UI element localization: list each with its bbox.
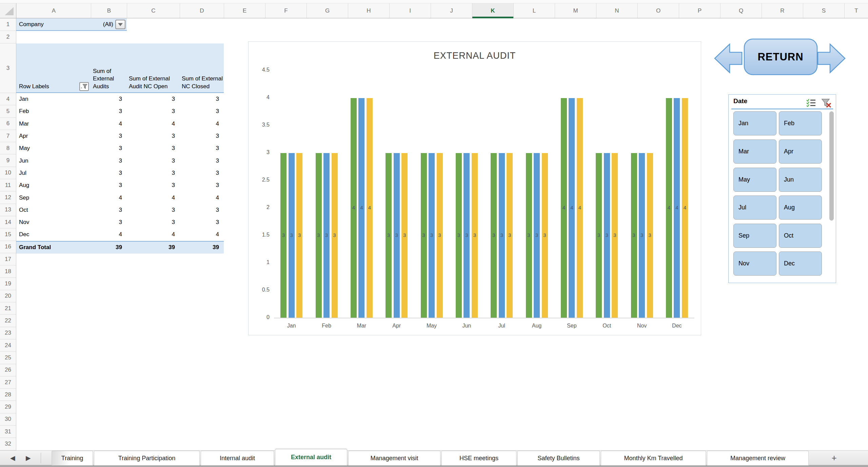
- filter-field-label[interactable]: Company: [16, 18, 91, 31]
- row-header-16[interactable]: 16: [0, 241, 16, 253]
- pivot-row-label[interactable]: Aug: [16, 179, 91, 191]
- row-header-14[interactable]: 14: [0, 216, 16, 228]
- row-header-4[interactable]: 4: [0, 93, 16, 105]
- pivot-value-audits[interactable]: 3: [91, 93, 127, 105]
- row-header-25[interactable]: 25: [0, 352, 16, 364]
- tab-management-review[interactable]: Management review: [707, 451, 809, 465]
- column-header-T[interactable]: T: [844, 3, 868, 18]
- pivot-value-nc-open[interactable]: 4: [127, 118, 180, 130]
- pivot-value-nc-open[interactable]: 3: [127, 216, 180, 228]
- column-header-P[interactable]: P: [679, 3, 720, 18]
- column-header-C[interactable]: C: [127, 3, 180, 18]
- row-header-11[interactable]: 11: [0, 179, 16, 191]
- pivot-row-label[interactable]: Sep: [16, 191, 91, 204]
- tab-monthly-km-travelled[interactable]: Monthly Km Travelled: [601, 451, 706, 465]
- tab-training[interactable]: Training: [52, 451, 93, 465]
- pivot-value-audits[interactable]: 4: [91, 118, 127, 130]
- pivot-row-label[interactable]: Feb: [16, 105, 91, 117]
- column-header-F[interactable]: F: [265, 3, 307, 18]
- pivot-header-2[interactable]: Sum of External Audit NC Open: [127, 43, 180, 93]
- pivot-value-nc-open[interactable]: 4: [127, 228, 180, 241]
- pivot-value-audits[interactable]: 3: [91, 167, 127, 179]
- pivot-value-audits[interactable]: 3: [91, 216, 127, 228]
- pivot-value-nc-closed[interactable]: 4: [180, 191, 224, 204]
- column-header-R[interactable]: R: [762, 3, 803, 18]
- row-header-32[interactable]: 32: [0, 438, 16, 450]
- pivot-value-audits[interactable]: 4: [91, 228, 127, 241]
- row-header-21[interactable]: 21: [0, 302, 16, 315]
- row-header-1[interactable]: 1: [0, 18, 16, 31]
- pivot-row-label[interactable]: Nov: [16, 216, 91, 228]
- filter-dropdown-button[interactable]: [115, 20, 125, 29]
- row-header-19[interactable]: 19: [0, 278, 16, 290]
- pivot-value-nc-open[interactable]: 3: [127, 167, 180, 179]
- row-header-17[interactable]: 17: [0, 253, 16, 265]
- column-header-L[interactable]: L: [513, 3, 555, 18]
- column-header-J[interactable]: J: [431, 3, 472, 18]
- pivot-value-audits[interactable]: 3: [91, 142, 127, 154]
- pivot-value-nc-open[interactable]: 4: [127, 191, 180, 204]
- row-header-29[interactable]: 29: [0, 401, 16, 413]
- pivot-header-3[interactable]: Sum of External NC Closed: [180, 43, 224, 93]
- tab-training-participation[interactable]: Training Participation: [94, 451, 200, 465]
- pivot-value-nc-closed[interactable]: 3: [180, 105, 224, 117]
- row-header-2[interactable]: 2: [0, 31, 16, 43]
- grand-total-nc-open[interactable]: 39: [127, 241, 180, 254]
- pivot-row-label[interactable]: May: [16, 142, 91, 154]
- pivot-value-audits[interactable]: 3: [91, 204, 127, 216]
- row-header-23[interactable]: 23: [0, 327, 16, 339]
- slicer-item-nov[interactable]: Nov: [733, 251, 776, 276]
- pivot-value-nc-open[interactable]: 3: [127, 93, 180, 105]
- row-header-9[interactable]: 9: [0, 155, 16, 167]
- row-header-30[interactable]: 30: [0, 413, 16, 426]
- column-header-D[interactable]: D: [180, 3, 224, 18]
- row-header-15[interactable]: 15: [0, 228, 16, 241]
- tab-scroll-right-icon[interactable]: ▶: [26, 451, 31, 465]
- pivot-value-audits[interactable]: 4: [91, 191, 127, 204]
- pivot-row-label[interactable]: Jun: [16, 155, 91, 167]
- row-header-18[interactable]: 18: [0, 265, 16, 278]
- slicer-item-dec[interactable]: Dec: [779, 251, 822, 276]
- pivot-value-nc-open[interactable]: 3: [127, 155, 180, 167]
- pivot-value-audits[interactable]: 3: [91, 155, 127, 167]
- slicer-item-jan[interactable]: Jan: [733, 111, 776, 135]
- column-header-O[interactable]: O: [637, 3, 679, 18]
- tab-internal-audit[interactable]: Internal audit: [201, 451, 274, 465]
- slicer-item-feb[interactable]: Feb: [779, 111, 822, 135]
- row-header-10[interactable]: 10: [0, 167, 16, 179]
- slicer-item-mar[interactable]: Mar: [733, 139, 776, 164]
- pivot-value-nc-open[interactable]: 3: [127, 204, 180, 216]
- row-header-13[interactable]: 13: [0, 204, 16, 216]
- slicer-item-may[interactable]: May: [733, 168, 776, 192]
- pivot-value-nc-open[interactable]: 3: [127, 179, 180, 191]
- row-header-28[interactable]: 28: [0, 389, 16, 401]
- grand-total-nc-closed[interactable]: 39: [180, 241, 224, 254]
- column-header-Q[interactable]: Q: [720, 3, 762, 18]
- column-header-M[interactable]: M: [555, 3, 596, 18]
- row-header-26[interactable]: 26: [0, 364, 16, 376]
- tab-management-visit[interactable]: Management visit: [348, 451, 440, 465]
- tab-safety-bulletins[interactable]: Safety Bulletins: [517, 451, 600, 465]
- row-header-12[interactable]: 12: [0, 191, 16, 204]
- row-header-20[interactable]: 20: [0, 290, 16, 302]
- slicer-scrollbar[interactable]: [829, 111, 834, 221]
- row-header-5[interactable]: 5: [0, 105, 16, 117]
- pivot-value-nc-open[interactable]: 3: [127, 130, 180, 142]
- row-header-22[interactable]: 22: [0, 315, 16, 327]
- tab-external-audit[interactable]: External audit: [275, 449, 347, 465]
- slicer-item-oct[interactable]: Oct: [779, 224, 822, 248]
- tab-scroll-left-icon[interactable]: ◀: [10, 451, 15, 465]
- slicer-item-jun[interactable]: Jun: [779, 168, 822, 192]
- tab-hse-meetings[interactable]: HSE meetings: [441, 451, 516, 465]
- row-header-7[interactable]: 7: [0, 130, 16, 142]
- pivot-value-nc-open[interactable]: 3: [127, 105, 180, 117]
- column-header-G[interactable]: G: [307, 3, 348, 18]
- pivot-value-nc-closed[interactable]: 4: [180, 118, 224, 130]
- pivot-value-nc-closed[interactable]: 3: [180, 216, 224, 228]
- pivot-value-audits[interactable]: 3: [91, 130, 127, 142]
- pivot-row-label[interactable]: Dec: [16, 228, 91, 241]
- right-arrow-shape[interactable]: [818, 44, 845, 73]
- pivot-value-nc-closed[interactable]: 3: [180, 179, 224, 191]
- pivot-value-audits[interactable]: 3: [91, 179, 127, 191]
- pivot-row-label[interactable]: Apr: [16, 130, 91, 142]
